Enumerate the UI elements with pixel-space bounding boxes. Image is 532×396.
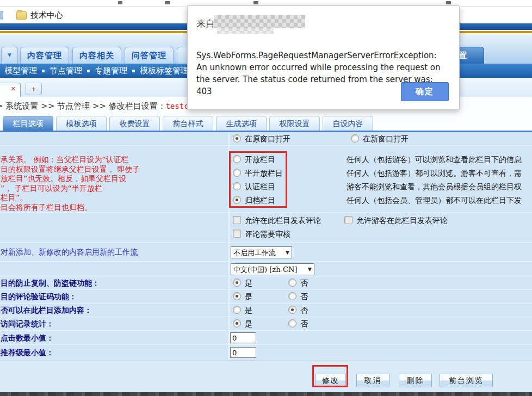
access-archive-desc: 任何人（包括会员、管理员）都不可以在此栏目下发: [347, 196, 522, 206]
tab-fee-settings[interactable]: 收费设置: [109, 116, 160, 131]
row-anti-copy: 目的防止复制、防盗链功能： 是 否: [0, 276, 532, 290]
checkbox-icon[interactable]: [344, 216, 352, 224]
open-mode-new-window[interactable]: 在新窗口打开: [351, 134, 409, 144]
row-language: ▼中文(中国) [zh-CN]: [0, 262, 532, 276]
footer-actions: 修改 取消 删除 前台浏览: [0, 360, 532, 392]
subnav-node-manage[interactable]: 节点管理: [50, 66, 82, 76]
radio-icon[interactable]: [233, 292, 241, 300]
min-rating-input[interactable]: [230, 347, 256, 358]
access-semi-open-desc: 任何人（包括游客）都可以浏览。游客不可查看，需: [347, 169, 522, 178]
clipped-bottom-row: [0, 392, 532, 396]
row-comments: 允许在此栏目发表评论 允许游客在此栏目发表评论 评论需要审核: [0, 213, 532, 243]
separator-square-icon: [87, 70, 90, 72]
allow-guest-comments-checkbox[interactable]: 允许游客在此栏目发表评论: [344, 216, 448, 226]
checkbox-icon[interactable]: [233, 216, 241, 224]
tab-column-options[interactable]: 栏目选项: [3, 116, 53, 131]
separator-square-icon: [132, 70, 135, 72]
bookmark-folder[interactable]: 技术中心: [30, 10, 63, 21]
help-text: 承关系。 例如：当父栏目设为“认证栏 目的权限设置将继承父栏目设置， 即使子 放…: [1, 155, 140, 212]
checkbox-icon[interactable]: [233, 230, 241, 238]
language-select[interactable]: ▼中文(中国) [zh-CN]: [231, 263, 314, 275]
tab-custom-content[interactable]: 自设内容: [323, 116, 373, 131]
row-visit-stats: 访问记录统计： 是 否: [0, 317, 532, 331]
chevron-down-icon: ▼: [8, 52, 11, 58]
radio-icon[interactable]: [233, 279, 241, 287]
separator-square-icon: [42, 70, 45, 72]
access-open-desc: 任何人（包括游客）可以浏览和查看此栏目下的信息: [347, 155, 522, 165]
radio-icon[interactable]: [288, 279, 296, 287]
allow-comments-checkbox[interactable]: 允许在此栏目发表评论: [233, 216, 321, 226]
chrome-mark: [446, 1, 451, 4]
comments-need-review-checkbox[interactable]: 评论需要审核: [233, 230, 290, 239]
radio-icon[interactable]: [233, 306, 241, 314]
ok-button[interactable]: 确定: [401, 82, 449, 101]
annotation-box-modify: [312, 365, 348, 387]
folder-icon: [16, 11, 27, 20]
radio-icon[interactable]: [233, 134, 241, 143]
min-clicks-input[interactable]: [230, 332, 256, 343]
anti-copy-no[interactable]: 否: [288, 279, 308, 288]
radio-icon[interactable]: [288, 319, 296, 327]
alert-dialog: 来自 1 Sys.WebForms.PageRequestManagerServ…: [187, 5, 460, 110]
chrome-mark: [165, 1, 170, 4]
row-workflow: 对新添加、新修改的内容启用新的工作流 ▼不启用工作流: [0, 243, 532, 262]
row-open-mode: 在原窗口打开 在新窗口打开: [0, 132, 532, 146]
tab-qa-manage[interactable]: 问答管理: [125, 47, 174, 64]
captcha-no[interactable]: 否: [288, 292, 308, 302]
tab-content-related[interactable]: 内容相关: [72, 47, 121, 64]
chrome-mark: [253, 1, 258, 4]
chrome-mark: [118, 1, 122, 4]
screen: 技术中心 ▼ 内容管理 内容相关 问答管理 设置 模型管理 节点管理 专题管理: [0, 0, 532, 396]
workspace-tab[interactable]: ✕: [0, 83, 21, 97]
radio-icon[interactable]: [351, 134, 359, 143]
tab-content-manage[interactable]: 内容管理: [20, 47, 69, 64]
subnav-template-tag-manage[interactable]: 模板标签管理: [140, 66, 189, 76]
delete-button[interactable]: 删除: [399, 374, 432, 387]
captcha-yes[interactable]: 是: [233, 292, 252, 302]
redacted-host-blur: [217, 27, 274, 34]
access-auth-desc: 游客不能浏览和查看，其他会员根据会员组的栏目权: [347, 182, 522, 192]
tab-frontend-style[interactable]: 前台样式: [163, 116, 213, 131]
subnav-topic-manage[interactable]: 专题管理: [95, 66, 127, 76]
open-mode-original[interactable]: 在原窗口打开: [233, 134, 290, 144]
frontend-preview-button[interactable]: 前台浏览: [440, 374, 493, 387]
cancel-button[interactable]: 取消: [356, 374, 389, 387]
tab-generate-options[interactable]: 生成选项: [216, 116, 267, 131]
redacted-host-blur: [214, 15, 305, 28]
dropdown-arrow-icon: ▼: [308, 264, 312, 275]
workflow-select[interactable]: ▼不启用工作流: [231, 246, 292, 258]
section-tabs: 栏目选项 模板选项 收费设置 前台样式 生成选项 权限设置 自设内容: [0, 115, 532, 132]
row-min-clicks: 点击数最小值：: [0, 331, 532, 345]
radio-icon[interactable]: [288, 292, 296, 300]
nav-dropdown-tab[interactable]: ▼: [1, 47, 18, 64]
dropdown-arrow-icon: ▼: [286, 247, 289, 258]
can-add-yes[interactable]: 是: [233, 306, 252, 315]
close-icon[interactable]: ✕: [11, 85, 16, 92]
radio-icon[interactable]: [233, 319, 241, 327]
workflow-label: 对新添加、新修改的内容启用新的工作流: [1, 247, 138, 257]
visit-stats-yes[interactable]: 是: [233, 319, 252, 329]
annotation-box-access-level: [229, 151, 287, 208]
tab-template-options[interactable]: 模板选项: [56, 116, 107, 131]
row-can-add-content: 否可以在此栏目添加内容： 是 否: [0, 304, 532, 317]
visit-stats-no[interactable]: 否: [288, 319, 308, 329]
bookmark-partial-icon: [0, 11, 3, 20]
subnav-model-manage[interactable]: 模型管理: [4, 66, 37, 76]
add-tab-button[interactable]: +: [26, 83, 42, 95]
can-add-no[interactable]: 否: [288, 306, 308, 315]
row-min-rating: 推荐级最小值：: [0, 345, 532, 360]
anti-copy-yes[interactable]: 是: [233, 279, 252, 288]
breadcrumb: > 系统设置 >> 节点管理 >> 修改栏目设置：testce: [0, 101, 193, 112]
radio-icon[interactable]: [288, 306, 296, 314]
row-captcha: 目的评论验证码功能： 是 否: [0, 290, 532, 304]
tab-permission-settings[interactable]: 权限设置: [269, 116, 320, 131]
